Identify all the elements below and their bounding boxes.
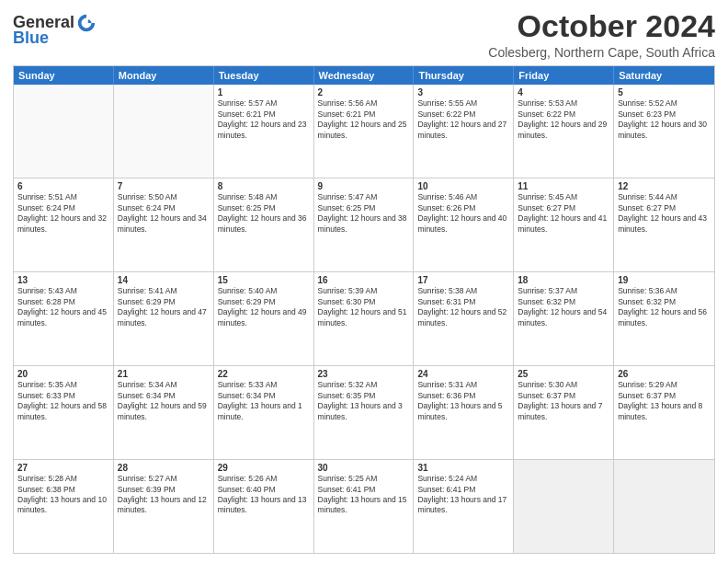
day-number: 3 — [417, 87, 509, 98]
day-number: 25 — [518, 369, 609, 379]
logo: General Blue — [13, 13, 97, 48]
calendar-cell — [114, 85, 214, 178]
day-info: Sunrise: 5:57 AMSunset: 6:21 PMDaylight:… — [218, 98, 310, 141]
calendar-cell — [614, 460, 714, 553]
calendar-cell: 29Sunrise: 5:26 AMSunset: 6:40 PMDayligh… — [214, 460, 314, 553]
day-number: 4 — [518, 87, 609, 98]
day-of-week-monday: Monday — [114, 66, 214, 85]
day-number: 14 — [118, 275, 210, 285]
calendar-cell: 25Sunrise: 5:30 AMSunset: 6:37 PMDayligh… — [514, 366, 614, 459]
calendar-cell: 22Sunrise: 5:33 AMSunset: 6:34 PMDayligh… — [214, 366, 314, 459]
day-number: 22 — [218, 369, 310, 379]
page: General Blue October 2024 Colesberg, Nor… — [0, 0, 728, 563]
day-info: Sunrise: 5:45 AMSunset: 6:27 PMDaylight:… — [518, 192, 609, 235]
day-number: 31 — [417, 463, 509, 473]
day-info: Sunrise: 5:51 AMSunset: 6:24 PMDaylight:… — [17, 192, 109, 235]
calendar-cell: 1Sunrise: 5:57 AMSunset: 6:21 PMDaylight… — [214, 85, 314, 178]
calendar-cell: 5Sunrise: 5:52 AMSunset: 6:23 PMDaylight… — [614, 85, 714, 178]
day-number: 18 — [518, 275, 609, 285]
calendar-cell: 26Sunrise: 5:29 AMSunset: 6:37 PMDayligh… — [614, 366, 714, 459]
day-info: Sunrise: 5:46 AMSunset: 6:26 PMDaylight:… — [417, 192, 509, 235]
day-of-week-sunday: Sunday — [14, 66, 114, 85]
day-info: Sunrise: 5:25 AMSunset: 6:41 PMDaylight:… — [318, 474, 410, 516]
calendar: SundayMondayTuesdayWednesdayThursdayFrid… — [13, 65, 715, 554]
day-info: Sunrise: 5:36 AMSunset: 6:32 PMDaylight:… — [618, 286, 711, 328]
day-info: Sunrise: 5:56 AMSunset: 6:21 PMDaylight:… — [318, 98, 410, 141]
day-of-week-wednesday: Wednesday — [314, 66, 415, 85]
day-number: 7 — [118, 181, 210, 191]
location: Colesberg, Northern Cape, South Africa — [488, 45, 715, 60]
calendar-cell: 12Sunrise: 5:44 AMSunset: 6:27 PMDayligh… — [614, 178, 714, 271]
day-info: Sunrise: 5:40 AMSunset: 6:29 PMDaylight:… — [218, 286, 310, 328]
day-info: Sunrise: 5:39 AMSunset: 6:30 PMDaylight:… — [318, 286, 410, 328]
day-info: Sunrise: 5:28 AMSunset: 6:38 PMDaylight:… — [17, 474, 109, 516]
calendar-cell: 28Sunrise: 5:27 AMSunset: 6:39 PMDayligh… — [114, 460, 214, 553]
logo-blue: Blue — [13, 29, 49, 48]
month-title: October 2024 — [488, 9, 715, 43]
calendar-cell: 27Sunrise: 5:28 AMSunset: 6:38 PMDayligh… — [14, 460, 114, 553]
calendar-cell: 9Sunrise: 5:47 AMSunset: 6:25 PMDaylight… — [314, 178, 415, 271]
day-info: Sunrise: 5:48 AMSunset: 6:25 PMDaylight:… — [218, 192, 310, 235]
day-info: Sunrise: 5:53 AMSunset: 6:22 PMDaylight:… — [518, 98, 609, 141]
day-number: 13 — [17, 275, 109, 285]
day-info: Sunrise: 5:47 AMSunset: 6:25 PMDaylight:… — [318, 192, 410, 235]
title-area: October 2024 Colesberg, Northern Cape, S… — [488, 9, 715, 60]
day-number: 8 — [218, 181, 310, 191]
calendar-cell: 14Sunrise: 5:41 AMSunset: 6:29 PMDayligh… — [114, 272, 214, 365]
calendar-week-3: 13Sunrise: 5:43 AMSunset: 6:28 PMDayligh… — [14, 272, 714, 366]
calendar-cell: 18Sunrise: 5:37 AMSunset: 6:32 PMDayligh… — [514, 272, 614, 365]
calendar-cell: 20Sunrise: 5:35 AMSunset: 6:33 PMDayligh… — [14, 366, 114, 459]
day-info: Sunrise: 5:38 AMSunset: 6:31 PMDaylight:… — [417, 286, 509, 328]
day-info: Sunrise: 5:27 AMSunset: 6:39 PMDaylight:… — [118, 474, 210, 516]
day-number: 28 — [118, 463, 210, 473]
day-number: 20 — [17, 369, 109, 379]
day-info: Sunrise: 5:33 AMSunset: 6:34 PMDaylight:… — [218, 380, 310, 422]
day-number: 10 — [417, 181, 509, 191]
calendar-cell: 19Sunrise: 5:36 AMSunset: 6:32 PMDayligh… — [614, 272, 714, 365]
calendar-cell: 15Sunrise: 5:40 AMSunset: 6:29 PMDayligh… — [214, 272, 314, 365]
day-number: 26 — [618, 369, 711, 379]
day-info: Sunrise: 5:35 AMSunset: 6:33 PMDaylight:… — [17, 380, 109, 422]
calendar-cell: 6Sunrise: 5:51 AMSunset: 6:24 PMDaylight… — [14, 178, 114, 271]
day-info: Sunrise: 5:26 AMSunset: 6:40 PMDaylight:… — [218, 474, 310, 516]
calendar-cell: 10Sunrise: 5:46 AMSunset: 6:26 PMDayligh… — [414, 178, 514, 271]
day-number: 23 — [318, 369, 410, 379]
day-number: 17 — [417, 275, 509, 285]
calendar-cell: 13Sunrise: 5:43 AMSunset: 6:28 PMDayligh… — [14, 272, 114, 365]
calendar-cell: 4Sunrise: 5:53 AMSunset: 6:22 PMDaylight… — [514, 85, 614, 178]
day-number: 29 — [218, 463, 310, 473]
calendar-week-5: 27Sunrise: 5:28 AMSunset: 6:38 PMDayligh… — [14, 460, 714, 553]
calendar-week-1: 1Sunrise: 5:57 AMSunset: 6:21 PMDaylight… — [14, 85, 714, 178]
day-info: Sunrise: 5:31 AMSunset: 6:36 PMDaylight:… — [417, 380, 509, 422]
calendar-cell: 23Sunrise: 5:32 AMSunset: 6:35 PMDayligh… — [314, 366, 415, 459]
calendar-cell: 7Sunrise: 5:50 AMSunset: 6:24 PMDaylight… — [114, 178, 214, 271]
calendar-cell: 11Sunrise: 5:45 AMSunset: 6:27 PMDayligh… — [514, 178, 614, 271]
day-of-week-saturday: Saturday — [614, 66, 714, 85]
day-info: Sunrise: 5:41 AMSunset: 6:29 PMDaylight:… — [118, 286, 210, 328]
day-number: 15 — [218, 275, 310, 285]
calendar-cell: 30Sunrise: 5:25 AMSunset: 6:41 PMDayligh… — [314, 460, 415, 553]
day-number: 16 — [318, 275, 410, 285]
calendar-header: SundayMondayTuesdayWednesdayThursdayFrid… — [14, 66, 714, 85]
day-info: Sunrise: 5:34 AMSunset: 6:34 PMDaylight:… — [118, 380, 210, 422]
day-of-week-tuesday: Tuesday — [214, 66, 314, 85]
calendar-cell: 17Sunrise: 5:38 AMSunset: 6:31 PMDayligh… — [414, 272, 514, 365]
day-info: Sunrise: 5:44 AMSunset: 6:27 PMDaylight:… — [618, 192, 711, 235]
day-info: Sunrise: 5:30 AMSunset: 6:37 PMDaylight:… — [518, 380, 609, 422]
calendar-cell: 21Sunrise: 5:34 AMSunset: 6:34 PMDayligh… — [114, 366, 214, 459]
calendar-cell: 8Sunrise: 5:48 AMSunset: 6:25 PMDaylight… — [214, 178, 314, 271]
day-number: 21 — [118, 369, 210, 379]
day-number: 19 — [618, 275, 711, 285]
day-info: Sunrise: 5:55 AMSunset: 6:22 PMDaylight:… — [417, 98, 509, 141]
day-info: Sunrise: 5:52 AMSunset: 6:23 PMDaylight:… — [618, 98, 711, 141]
day-info: Sunrise: 5:29 AMSunset: 6:37 PMDaylight:… — [618, 380, 711, 422]
calendar-cell: 3Sunrise: 5:55 AMSunset: 6:22 PMDaylight… — [414, 85, 514, 178]
day-number: 11 — [518, 181, 609, 191]
day-number: 5 — [618, 87, 711, 98]
day-number: 24 — [417, 369, 509, 379]
day-of-week-friday: Friday — [514, 66, 614, 85]
day-number: 30 — [318, 463, 410, 473]
day-info: Sunrise: 5:43 AMSunset: 6:28 PMDaylight:… — [17, 286, 109, 328]
logo-icon — [76, 13, 97, 33]
day-of-week-thursday: Thursday — [414, 66, 514, 85]
